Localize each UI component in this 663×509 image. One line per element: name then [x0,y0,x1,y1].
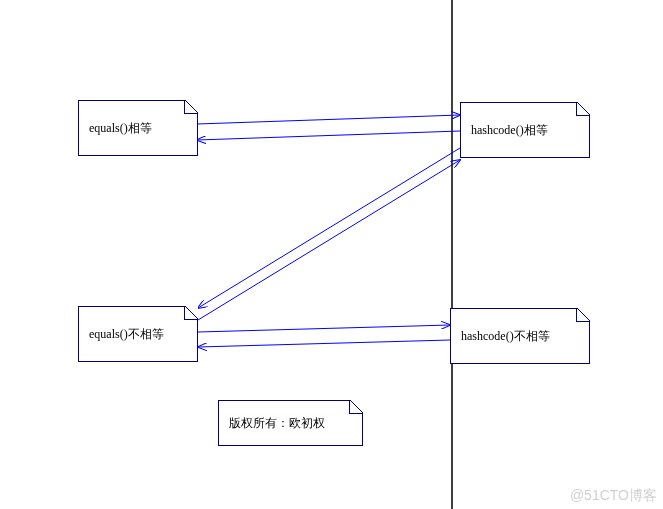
svg-line-2 [197,131,460,140]
note-label: hashcode()相等 [471,122,548,139]
note-hashcode-equal: hashcode()相等 [460,102,590,158]
note-equals-equal: equals()相等 [78,100,198,156]
watermark: @51CTO博客 [570,487,657,505]
note-copyright: 版权所有：欧初权 [218,400,363,446]
svg-line-6 [198,340,450,347]
svg-line-3 [198,148,460,308]
dogear-icon [576,102,590,116]
svg-line-4 [198,160,460,320]
note-label: equals()相等 [89,120,152,137]
dogear-icon [576,308,590,322]
note-label: 版权所有：欧初权 [229,415,325,432]
diagram-canvas: equals()相等 hashcode()相等 equals()不相等 hash… [0,0,663,509]
dogear-icon [349,400,363,414]
dogear-icon [184,100,198,114]
note-hashcode-not-equal: hashcode()不相等 [450,308,590,364]
note-label: equals()不相等 [89,326,164,343]
note-label: hashcode()不相等 [461,328,550,345]
note-equals-not-equal: equals()不相等 [78,306,198,362]
dogear-icon [184,306,198,320]
svg-line-1 [197,115,460,124]
svg-line-5 [198,325,450,332]
